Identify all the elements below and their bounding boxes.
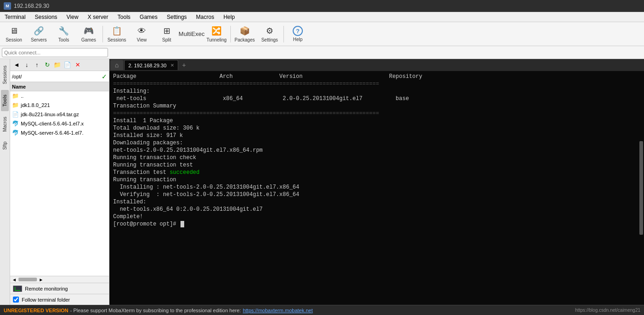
session-icon: 🖥	[8, 25, 19, 36]
file-path-bar: ✓	[10, 71, 109, 82]
scroll-left[interactable]: ◄	[12, 277, 17, 282]
term-line-sep2: ========================================…	[113, 110, 640, 117]
file-name-mysql-client: MySQL-client-5.6.46-1.el7.x	[21, 121, 84, 126]
term-line-dlsize: Total download size: 306 k	[113, 125, 640, 132]
terminal-cursor	[181, 221, 184, 227]
term-line-installed: Installed:	[113, 198, 640, 206]
term-line-txcheck: Running transaction check	[113, 154, 640, 161]
menu-help[interactable]: Help	[219, 13, 240, 21]
file-item-mysql-client[interactable]: 🐬 MySQL-client-5.6.46-1.el7.x	[10, 119, 109, 128]
terminal-tab-home[interactable]: ⌂	[110, 60, 123, 70]
toolbar-tools-label: Tools	[58, 37, 69, 42]
mysql-icon: 🐬	[12, 130, 19, 136]
toolbar-separator-1	[102, 26, 103, 42]
toolbar-help[interactable]: ? Help	[286, 24, 310, 45]
toolbar-help-label: Help	[293, 37, 303, 42]
terminal-scrollbar-thumb[interactable]	[639, 141, 643, 235]
scroll-right[interactable]: ►	[39, 277, 43, 282]
servers-icon: 🔗	[33, 25, 44, 36]
term-line-installed2: net-tools.x86_64 0:2.0-0.25.20131004git.…	[113, 206, 640, 213]
help-icon: ?	[293, 26, 303, 36]
file-name-column: Name	[12, 84, 26, 89]
scroll-thumb[interactable]	[18, 278, 37, 281]
toolbar-tunneling[interactable]: 🔀 Tunneling	[205, 24, 229, 45]
remote-monitoring-button[interactable]: Remote monitoring	[10, 283, 109, 294]
file-item-mysql-server[interactable]: 🐬 MySQL-server-5.6.46-1.el7.	[10, 128, 109, 137]
file-tb-delete[interactable]: ✕	[73, 60, 82, 70]
term-line-instsize: Installed size: 917 k	[113, 132, 640, 139]
file-item-parent[interactable]: 📁 ..	[10, 91, 109, 101]
scrollbar-area: ◄ ►	[10, 276, 109, 283]
file-name-jdk-tar: jdk-8u221-linux-x64.tar.gz	[21, 112, 79, 117]
toolbar-view-label: View	[137, 37, 147, 42]
status-support-text: - Please support MobaXterm by subscribin…	[70, 308, 241, 313]
menu-xserver[interactable]: X server	[83, 13, 113, 21]
status-link[interactable]: https://mobaxterm.mobatek.net	[243, 308, 313, 313]
file-tb-folder[interactable]: 📁	[53, 60, 62, 70]
file-item-jdk-tar[interactable]: 📄 jdk-8u221-linux-x64.tar.gz	[10, 110, 109, 119]
toolbar-sessions[interactable]: 📋 Sessions	[105, 24, 129, 45]
side-tab-macros[interactable]: Macros	[1, 112, 9, 137]
terminal-tab-bar: ⌂ 2. 192.168.29.30 ✕ +	[109, 59, 644, 71]
packages-icon: 📦	[239, 25, 250, 36]
term-line-summary: Transaction Summary	[113, 102, 640, 110]
menu-settings[interactable]: Settings	[162, 13, 191, 21]
unregistered-label: UNREGISTERED VERSION	[4, 308, 68, 313]
folder-icon: 📁	[12, 93, 19, 99]
follow-folder-row: Follow terminal folder	[10, 294, 109, 305]
term-line-sep1: ========================================…	[113, 80, 640, 88]
term-line-header: Package Arch Version Repository	[113, 73, 640, 80]
file-path-input[interactable]	[12, 72, 100, 81]
terminal-tab-1-close[interactable]: ✕	[170, 63, 174, 68]
main-layout: Sessions Tools Macros Sftp ◄ ↓ ↑ ↻ 📁 📄 ✕…	[0, 59, 644, 305]
toolbar-session-label: Session	[6, 37, 22, 42]
file-tb-file[interactable]: 📄	[63, 60, 72, 70]
menu-macros[interactable]: Macros	[192, 13, 219, 21]
app-icon: M	[4, 2, 11, 10]
file-icon: 📄	[12, 111, 19, 118]
side-tab-sftp[interactable]: Sftp	[1, 137, 9, 155]
file-tb-upload[interactable]: ↑	[32, 60, 42, 70]
menu-terminal[interactable]: Terminal	[0, 13, 30, 21]
file-list: 📁 .. 📁 jdk1.8.0_221 📄 jdk-8u221-linux-x6…	[10, 91, 109, 276]
menu-sessions[interactable]: Sessions	[30, 13, 62, 21]
follow-folder-label: Follow terminal folder	[22, 297, 70, 303]
home-icon: ⌂	[115, 61, 119, 69]
terminal-tab-add[interactable]: +	[179, 60, 189, 70]
split-icon: ⊞	[161, 25, 172, 36]
side-tab-sessions[interactable]: Sessions	[1, 61, 9, 89]
toolbar-separator-3	[283, 26, 284, 42]
toolbar-session[interactable]: 🖥 Session	[2, 24, 26, 45]
toolbar-multiexec[interactable]: MultiExec	[180, 24, 204, 45]
quick-connect-input[interactable]	[2, 48, 108, 57]
toolbar-packages[interactable]: 📦 Packages	[233, 24, 257, 45]
file-item-jdk-folder[interactable]: 📁 jdk1.8.0_221	[10, 101, 109, 110]
toolbar-tools[interactable]: 🔧 Tools	[52, 24, 76, 45]
toolbar-games[interactable]: 🎮 Games	[77, 24, 101, 45]
terminal-tab-1-label: 2. 192.168.29.30	[128, 63, 167, 68]
remote-monitoring-label: Remote monitoring	[25, 286, 68, 291]
games-icon: 🎮	[83, 25, 94, 36]
menu-tools[interactable]: Tools	[113, 13, 135, 21]
tools-icon: 🔧	[58, 25, 69, 36]
terminal-tab-1[interactable]: 2. 192.168.29.30 ✕	[124, 60, 178, 70]
term-line-installing2: Installing : net-tools-2.0-0.25.20131004…	[113, 184, 640, 191]
status-right-text: https://blog.csdn.net/caimeng21	[575, 308, 640, 313]
side-tab-tools[interactable]: Tools	[1, 90, 9, 111]
file-name-jdk-folder: jdk1.8.0_221	[21, 102, 50, 108]
file-tb-download[interactable]: ↓	[22, 60, 31, 70]
toolbar-view[interactable]: 👁 View	[130, 24, 154, 45]
toolbar-servers[interactable]: 🔗 Servers	[27, 24, 51, 45]
follow-folder-checkbox[interactable]	[13, 297, 19, 303]
menu-view[interactable]: View	[62, 13, 83, 21]
toolbar-split[interactable]: ⊞ Split	[155, 24, 179, 45]
mysql-icon: 🐬	[12, 120, 19, 127]
file-tb-back[interactable]: ◄	[12, 60, 21, 70]
terminal-content[interactable]: Package Arch Version Repository ========…	[109, 71, 644, 305]
menu-games[interactable]: Games	[135, 13, 163, 21]
term-line-downloading: Downloading packages:	[113, 139, 640, 147]
file-toolbar: ◄ ↓ ↑ ↻ 📁 📄 ✕	[10, 59, 109, 71]
file-tb-refresh[interactable]: ↻	[42, 60, 52, 70]
term-line-install1: Install 1 Package	[113, 117, 640, 125]
toolbar-settings[interactable]: ⚙ Settings	[258, 24, 282, 45]
